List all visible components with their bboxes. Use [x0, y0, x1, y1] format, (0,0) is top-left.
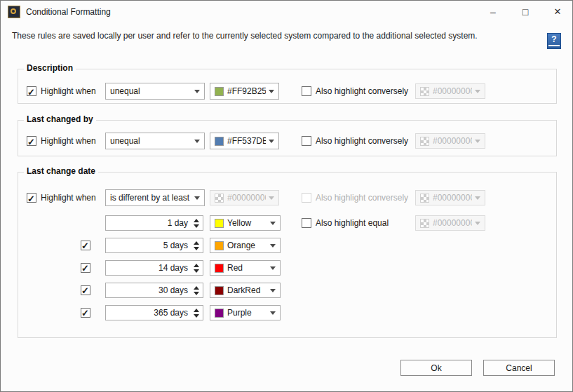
- maximize-button[interactable]: □: [509, 1, 541, 23]
- chevron-down-icon: [194, 196, 200, 203]
- help-button[interactable]: ?: [547, 33, 561, 49]
- description-highlight-label[interactable]: Highlight when: [41, 83, 96, 100]
- color-swatch: [215, 241, 224, 250]
- description-conversely-label[interactable]: Also highlight conversely: [316, 83, 408, 100]
- chevron-down-icon: [270, 222, 276, 228]
- chevron-down-icon: [270, 289, 276, 295]
- last-changed-by-highlight-checkbox[interactable]: ✓: [27, 136, 36, 146]
- last-changed-by-conversely-label[interactable]: Also highlight conversely: [316, 133, 408, 149]
- close-button[interactable]: ✕: [541, 1, 573, 23]
- last-change-date-operator-select[interactable]: is different by at least: [105, 189, 205, 206]
- last-change-date-highlight-label[interactable]: Highlight when: [41, 189, 96, 206]
- color-swatch: [215, 219, 224, 228]
- description-operator-value: unequal: [110, 83, 191, 100]
- spin-up-icon[interactable]: [194, 238, 199, 245]
- color-swatch: [215, 87, 224, 96]
- chevron-down-icon: [270, 266, 276, 273]
- description-color-select[interactable]: #FF92B250: [210, 83, 279, 100]
- last-changed-by-operator-value: unequal: [110, 133, 191, 149]
- chevron-down-icon: [475, 222, 480, 228]
- also-highlight-equal-label[interactable]: Also highlight equal: [316, 215, 389, 231]
- last-change-date-color-value: #00000000: [227, 189, 266, 206]
- spin-up-icon[interactable]: [194, 306, 199, 312]
- color-swatch: [215, 264, 224, 273]
- minimize-button[interactable]: –: [477, 1, 509, 23]
- last-changed-by-operator-select[interactable]: unequal: [105, 133, 205, 149]
- check-icon: ✓: [27, 191, 35, 208]
- conditional-formatting-dialog: Conditional Formatting – □ ✕ These rules…: [0, 0, 573, 392]
- spin-down-icon[interactable]: [194, 247, 199, 253]
- description-operator-select[interactable]: unequal: [105, 83, 205, 100]
- spin-down-icon[interactable]: [194, 292, 199, 298]
- transparent-swatch: [420, 194, 429, 203]
- threshold-3-checkbox[interactable]: ✓: [81, 263, 90, 273]
- titlebar[interactable]: Conditional Formatting – □ ✕: [1, 1, 572, 23]
- last-changed-by-group: Last changed by ✓ Highlight when unequal…: [18, 120, 557, 156]
- last-changed-by-highlight-label[interactable]: Highlight when: [41, 133, 96, 149]
- description-conversely-color-select: #00000000: [415, 83, 485, 99]
- close-icon: ✕: [554, 6, 562, 17]
- spin-down-icon[interactable]: [194, 224, 199, 231]
- threshold-1-value[interactable]: 1 day: [168, 215, 188, 231]
- transparent-swatch: [420, 219, 429, 228]
- app-icon: [8, 6, 20, 18]
- question-mark-icon: ?: [548, 34, 560, 44]
- also-highlight-equal-checkbox[interactable]: ✓: [302, 218, 311, 228]
- last-change-date-conversely-color-select: #00000000: [415, 190, 485, 205]
- spin-up-icon[interactable]: [194, 261, 199, 267]
- description-group: Description ✓ Highlight when unequal #FF…: [18, 69, 557, 104]
- threshold-3-spinner[interactable]: 14 days: [105, 260, 203, 276]
- equal-color-select: #00000000: [415, 215, 485, 231]
- last-changed-by-color-value: #FF537DB1: [227, 133, 266, 149]
- help-book-stripe: [548, 45, 560, 46]
- transparent-swatch: [420, 87, 429, 96]
- threshold-3-color-select[interactable]: Red: [210, 260, 281, 276]
- threshold-5-value[interactable]: 365 days: [154, 305, 188, 320]
- last-changed-by-conversely-color-value: #00000000: [433, 133, 472, 149]
- last-changed-by-conversely-checkbox[interactable]: ✓: [302, 136, 311, 146]
- threshold-2-spinner[interactable]: 5 days: [105, 238, 203, 253]
- threshold-4-value[interactable]: 30 days: [159, 283, 188, 298]
- threshold-2-color-select[interactable]: Orange: [210, 238, 281, 253]
- description-conversely-checkbox[interactable]: ✓: [302, 86, 311, 96]
- equal-color-value: #00000000: [433, 215, 472, 231]
- threshold-5-checkbox[interactable]: ✓: [81, 308, 90, 318]
- check-icon: ✓: [27, 84, 35, 101]
- threshold-3-color-name: Red: [227, 260, 267, 276]
- last-change-date-conversely-color-value: #00000000: [433, 189, 472, 206]
- threshold-2-checkbox[interactable]: ✓: [81, 241, 90, 250]
- last-changed-by-color-select[interactable]: #FF537DB1: [210, 133, 279, 149]
- intro-text: These rules are saved locally per user a…: [12, 31, 503, 41]
- ok-button[interactable]: Ok: [400, 360, 472, 376]
- threshold-4-color-select[interactable]: DarkRed: [210, 283, 281, 298]
- spin-down-icon[interactable]: [194, 314, 199, 320]
- last-change-date-conversely-label: Also highlight conversely: [316, 189, 408, 206]
- threshold-1-color-select[interactable]: Yellow: [210, 215, 281, 231]
- description-conversely-color-value: #00000000: [433, 83, 472, 100]
- app-icon-ring: [11, 8, 16, 14]
- check-icon: ✓: [27, 134, 35, 151]
- threshold-4-checkbox[interactable]: ✓: [81, 285, 90, 295]
- spin-up-icon[interactable]: [194, 216, 199, 222]
- window-title: Conditional Formatting: [26, 1, 111, 23]
- chevron-down-icon: [269, 196, 274, 203]
- threshold-5-spinner[interactable]: 365 days: [105, 305, 203, 320]
- description-group-title: Description: [24, 63, 76, 73]
- threshold-2-value[interactable]: 5 days: [163, 238, 188, 253]
- threshold-4-spinner[interactable]: 30 days: [105, 283, 203, 298]
- threshold-1-color-name: Yellow: [227, 215, 267, 231]
- threshold-5-color-select[interactable]: Purple: [210, 305, 281, 320]
- last-change-date-highlight-checkbox[interactable]: ✓: [27, 193, 36, 203]
- color-swatch: [215, 309, 224, 318]
- chevron-down-icon: [269, 140, 274, 146]
- threshold-1-spinner[interactable]: 1 day: [105, 215, 203, 231]
- color-swatch: [215, 286, 224, 295]
- cancel-button[interactable]: Cancel: [483, 360, 555, 376]
- description-highlight-checkbox[interactable]: ✓: [27, 86, 36, 96]
- color-swatch: [215, 137, 224, 146]
- spin-up-icon[interactable]: [194, 283, 199, 290]
- check-icon: ✓: [81, 283, 89, 299]
- chevron-down-icon: [194, 140, 200, 146]
- threshold-3-value[interactable]: 14 days: [159, 260, 188, 276]
- spin-down-icon[interactable]: [194, 269, 199, 276]
